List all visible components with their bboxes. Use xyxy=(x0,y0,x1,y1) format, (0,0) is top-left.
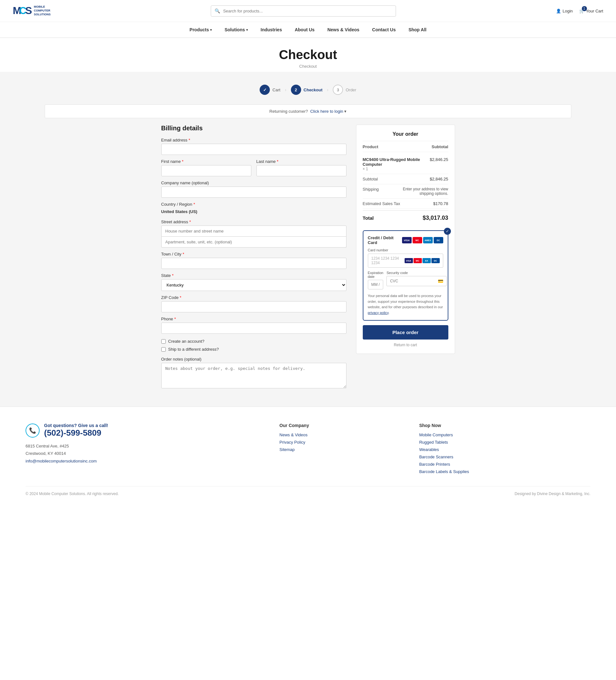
nav-item-about[interactable]: About Us xyxy=(288,22,321,37)
phone-field[interactable] xyxy=(161,322,347,334)
ship-different-checkbox[interactable] xyxy=(161,347,166,352)
step-order-circle: 3 xyxy=(333,85,343,95)
breadcrumb: Checkout xyxy=(0,64,616,69)
street-field-2[interactable] xyxy=(161,237,347,248)
total-label: Total xyxy=(363,215,374,221)
footer-col-shop-title: Shop Now xyxy=(419,423,590,428)
subtotal-value: $2,846.25 xyxy=(430,177,448,181)
order-subtotal-row: Subtotal $2,846.25 xyxy=(363,174,448,184)
footer-link-sitemap[interactable]: Sitemap xyxy=(280,447,394,452)
ship-different-label[interactable]: Ship to a different address? xyxy=(168,347,219,352)
mc-inline-icon: MC xyxy=(414,258,422,263)
city-field[interactable] xyxy=(161,258,347,269)
zip-label: ZIP Code * xyxy=(161,295,347,300)
dropdown-arrow-icon: ▾ xyxy=(246,28,248,32)
tax-label: Estimated Sales Tax xyxy=(363,201,401,206)
cvc-label: Security code xyxy=(386,271,447,275)
nav-item-shop[interactable]: Shop All xyxy=(402,22,433,37)
step-arrow-2: › xyxy=(327,87,329,92)
footer-link-tablets[interactable]: Rugged Tablets xyxy=(419,440,590,445)
nav-item-solutions[interactable]: Solutions▾ xyxy=(218,22,254,37)
main-content: ✓ Cart › 2 Checkout › 3 Order Returning … xyxy=(0,72,616,406)
email-field[interactable] xyxy=(161,144,347,155)
login-link[interactable]: Click here to login xyxy=(310,109,343,114)
create-account-label[interactable]: Create an account? xyxy=(168,339,204,344)
nav-item-news[interactable]: News & Videos xyxy=(321,22,365,37)
state-select[interactable]: Kentucky xyxy=(161,279,347,291)
subtotal-label: Subtotal xyxy=(363,177,378,181)
navigation: Products▾ Solutions▾ Industries About Us… xyxy=(0,22,616,38)
logo-subtitle: MOBILECOMPUTERSOLUTIONS xyxy=(34,5,51,16)
logo[interactable]: M C S MOBILECOMPUTERSOLUTIONS xyxy=(13,4,51,18)
visa-icon: VISA xyxy=(402,237,412,244)
footer-call-prompt: Got questions? Give us a call! xyxy=(44,423,108,428)
order-notes-field[interactable] xyxy=(161,363,347,388)
footer-link-printers[interactable]: Barcode Printers xyxy=(419,462,590,466)
footer-call-info: Got questions? Give us a call! (502)-599… xyxy=(44,423,108,438)
search-icon: 🔍 xyxy=(214,8,220,13)
nav-item-industries[interactable]: Industries xyxy=(254,22,288,37)
step-arrow-1: › xyxy=(285,87,287,92)
billing-title: Billing details xyxy=(161,124,347,132)
footer-link-mobile[interactable]: Mobile Computers xyxy=(419,432,590,437)
designed-by: Designed by Divine Design & Marketing, I… xyxy=(515,491,590,496)
cart-button[interactable]: 🛒 1 Your Cart xyxy=(579,9,603,13)
footer-contact: 📞 Got questions? Give us a call! (502)-5… xyxy=(26,423,254,477)
phone-label: Phone * xyxy=(161,316,347,321)
first-name-field[interactable] xyxy=(161,165,251,176)
footer-address: 6815 Central Ave, #425 Crestwood, KY 400… xyxy=(26,442,254,465)
cart-icon: 🛒 1 xyxy=(579,9,584,13)
company-field[interactable] xyxy=(161,187,347,198)
expiry-field[interactable] xyxy=(368,280,383,289)
footer-link-news[interactable]: News & Videos xyxy=(280,432,394,437)
payment-check-icon: ✓ xyxy=(444,228,451,235)
footer-phone[interactable]: (502)-599-5809 xyxy=(44,428,108,438)
step-checkout-circle: 2 xyxy=(291,85,301,95)
create-account-checkbox[interactable] xyxy=(161,339,166,344)
step-checkout: 2 Checkout xyxy=(291,85,323,95)
card-icons-inline: VISA MC AX DC xyxy=(405,258,440,263)
step-cart-circle: ✓ xyxy=(260,85,270,95)
login-button[interactable]: 👤 Login xyxy=(556,9,573,13)
footer-col-shop: Shop Now Mobile Computers Rugged Tablets… xyxy=(419,423,590,477)
order-box: Your order Product Subtotal MC9400 Ultra… xyxy=(356,124,455,354)
footer-link-privacy[interactable]: Privacy Policy xyxy=(280,440,394,445)
order-summary: Your order Product Subtotal MC9400 Ultra… xyxy=(356,124,455,394)
footer-link-scanners[interactable]: Barcode Scanners xyxy=(419,454,590,459)
cvc-field[interactable] xyxy=(390,279,438,283)
footer-phone-row: 📞 Got questions? Give us a call! (502)-5… xyxy=(26,423,254,438)
ship-different-row: Ship to a different address? xyxy=(161,347,347,352)
card-number-placeholder: 1234 1234 1234 1234 xyxy=(372,256,405,265)
expiry-group: Expiration date xyxy=(368,271,383,289)
phone-icon: 📞 xyxy=(26,424,39,437)
last-name-field[interactable] xyxy=(257,165,347,176)
diners-inline-icon: DC xyxy=(432,258,440,263)
shipping-label: Shipping xyxy=(363,187,379,192)
privacy-text: Your personal data will be used to proce… xyxy=(368,293,443,316)
order-product-qty: × 1 xyxy=(363,167,430,171)
nav-item-products[interactable]: Products▾ xyxy=(183,22,218,37)
total-value: $3,017.03 xyxy=(422,215,448,221)
nav-item-contact[interactable]: Contact Us xyxy=(365,22,402,37)
footer-link-wearables[interactable]: Wearables xyxy=(419,447,590,452)
step-order: 3 Order xyxy=(333,85,356,95)
search-input[interactable] xyxy=(211,5,396,17)
footer-link-labels[interactable]: Barcode Labels & Supplies xyxy=(419,469,590,474)
zip-field[interactable] xyxy=(161,301,347,312)
step-order-label: Order xyxy=(346,87,356,92)
state-group: State * Kentucky xyxy=(161,273,347,291)
order-product-info: MC9400 Ultra-Rugged Mobile Computer × 1 xyxy=(363,157,430,171)
order-box-title: Your order xyxy=(363,131,448,141)
first-name-group: First name * xyxy=(161,159,251,176)
state-label: State * xyxy=(161,273,347,278)
tax-value: $170.78 xyxy=(433,201,448,206)
return-to-cart-link[interactable]: Return to cart xyxy=(363,343,448,347)
street-field-1[interactable] xyxy=(161,226,347,237)
svg-text:S: S xyxy=(25,5,32,16)
cart-badge: 1 xyxy=(582,6,587,11)
dropdown-arrow-icon: ▾ xyxy=(210,28,212,32)
checkout-layout: Billing details Email address * First na… xyxy=(117,124,500,394)
privacy-policy-link[interactable]: privacy policy xyxy=(368,311,389,315)
footer: 📞 Got questions? Give us a call! (502)-5… xyxy=(0,406,616,506)
place-order-button[interactable]: Place order xyxy=(363,325,448,340)
